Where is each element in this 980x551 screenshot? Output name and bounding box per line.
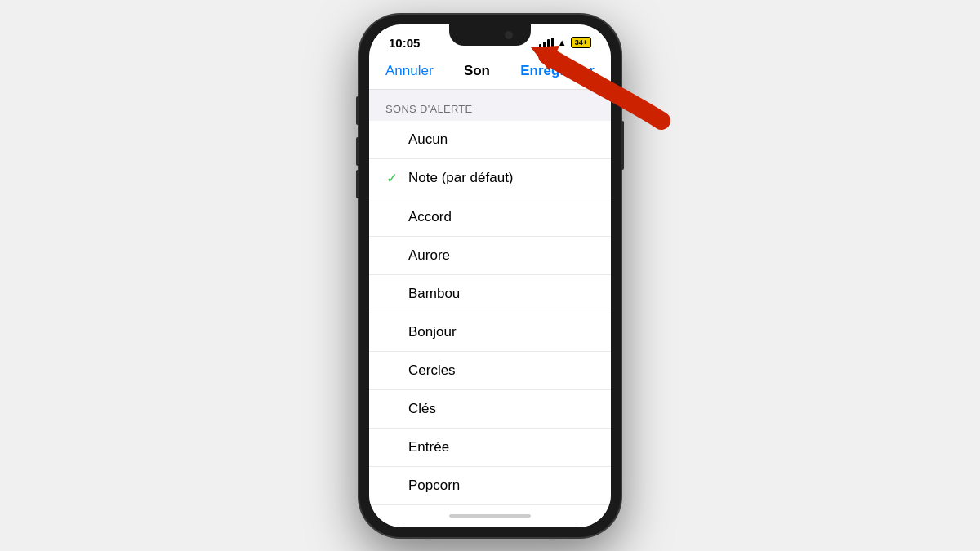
wifi-icon: ▲ bbox=[558, 38, 567, 47]
list-item-entree[interactable]: Entrée bbox=[369, 429, 611, 467]
label-note: Note (par défaut) bbox=[408, 170, 595, 186]
status-time: 10:05 bbox=[389, 36, 420, 50]
signal-bars-icon bbox=[539, 38, 554, 47]
nav-bar: Annuler Son Enregistrer bbox=[369, 55, 611, 90]
signal-bar-3 bbox=[547, 39, 550, 47]
label-popcorn: Popcorn bbox=[408, 478, 595, 494]
battery-badge: 34+ bbox=[571, 37, 591, 48]
label-aurore: Aurore bbox=[408, 247, 595, 264]
nav-title: Son bbox=[464, 63, 490, 79]
home-indicator bbox=[369, 508, 611, 527]
list-item-aurore[interactable]: Aurore bbox=[369, 237, 611, 275]
content-scroll[interactable]: Sons d'alerte Aucun ✓ Note (par défaut) … bbox=[369, 90, 611, 508]
section-header-alert: Sons d'alerte bbox=[369, 90, 611, 121]
notch bbox=[449, 24, 531, 46]
list-item-bonjour[interactable]: Bonjour bbox=[369, 313, 611, 352]
signal-bar-4 bbox=[551, 38, 554, 47]
list-item-accord[interactable]: Accord bbox=[369, 198, 611, 237]
phone-device: 10:05 ▲ 34+ Annuler Son Enregistrer bbox=[359, 15, 621, 537]
label-bambou: Bambou bbox=[408, 286, 595, 302]
list-item-cercles[interactable]: Cercles bbox=[369, 352, 611, 390]
camera-dot bbox=[505, 31, 513, 39]
phone-screen: 10:05 ▲ 34+ Annuler Son Enregistrer bbox=[369, 24, 611, 527]
list-item-popcorn[interactable]: Popcorn bbox=[369, 467, 611, 505]
label-accord: Accord bbox=[408, 209, 595, 225]
section-header-alert-label: Sons d'alerte bbox=[385, 103, 473, 115]
list-item-aucun[interactable]: Aucun bbox=[369, 121, 611, 159]
check-note: ✓ bbox=[385, 170, 399, 187]
label-cercles: Cercles bbox=[408, 362, 595, 379]
status-icons: ▲ 34+ bbox=[539, 37, 591, 48]
alert-sounds-list: Aucun ✓ Note (par défaut) Accord Aurore bbox=[369, 121, 611, 508]
list-item-bambou[interactable]: Bambou bbox=[369, 275, 611, 313]
home-bar bbox=[449, 514, 531, 518]
signal-bar-1 bbox=[539, 44, 541, 47]
label-bonjour: Bonjour bbox=[408, 324, 595, 340]
label-entree: Entrée bbox=[408, 439, 595, 455]
label-cles: Clés bbox=[408, 401, 595, 417]
label-aucun: Aucun bbox=[408, 131, 595, 148]
list-item-cles[interactable]: Clés bbox=[369, 390, 611, 429]
signal-bar-2 bbox=[543, 42, 546, 47]
save-button[interactable]: Enregistrer bbox=[520, 63, 595, 79]
cancel-button[interactable]: Annuler bbox=[385, 63, 434, 79]
list-item-note[interactable]: ✓ Note (par défaut) bbox=[369, 159, 611, 198]
